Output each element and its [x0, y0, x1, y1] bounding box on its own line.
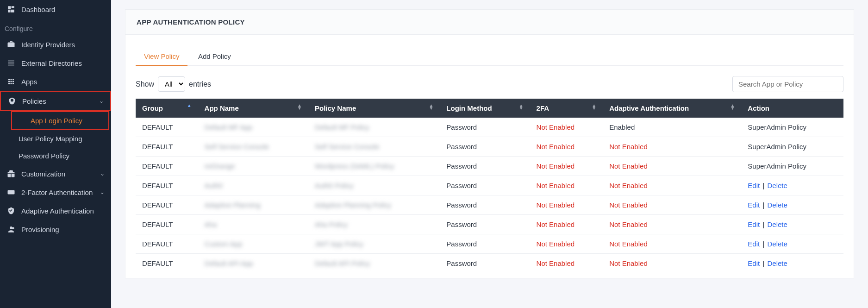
col-group[interactable]: Group ▲ — [136, 99, 198, 118]
edit-link[interactable]: Edit — [748, 201, 760, 209]
sidebar-item-customization[interactable]: Customization ⌄ — [0, 164, 111, 183]
cell-policy-name: Wordpress (SAML) Policy — [308, 157, 440, 176]
edit-link[interactable]: Edit — [748, 182, 760, 189]
policy-table: Group ▲ App Name ▲▼ Policy Name ▲▼ Login… — [136, 99, 843, 273]
cell-action: Edit | Delete — [741, 254, 843, 273]
table-row: DEFAULTDefault MF AppDefault MF PolicyPa… — [136, 118, 843, 137]
cell-2fa: Not Enabled — [530, 215, 603, 234]
sidebar-item-label: Customization — [21, 170, 65, 178]
sidebar-item-user-policy-mapping[interactable]: User Policy Mapping — [0, 130, 111, 147]
table-row: DEFAULTAhaAha PolicyPasswordNot EnabledN… — [136, 215, 843, 234]
sidebar-item-identity-providers[interactable]: Identity Providers — [0, 35, 111, 54]
cell-action: Edit | Delete — [741, 176, 843, 195]
action-separator: | — [760, 259, 767, 267]
sidebar: Dashboard Configure Identity Providers E… — [0, 0, 111, 308]
cell-group: DEFAULT — [136, 254, 198, 273]
cell-app-name: Adaptive Planning — [198, 195, 308, 215]
sidebar-item-external-directories[interactable]: External Directories — [0, 54, 111, 72]
col-login-method[interactable]: Login Method ▲▼ — [440, 99, 530, 118]
sidebar-item-label: Policies — [22, 97, 46, 105]
cell-app-name: Custom App — [198, 234, 308, 254]
sidebar-item-adaptive-auth[interactable]: Adaptive Authentication — [0, 201, 111, 220]
col-policy-name[interactable]: Policy Name ▲▼ — [308, 99, 440, 118]
cell-2fa: Not Enabled — [530, 176, 603, 195]
badge-123-icon — [6, 188, 16, 197]
sidebar-item-app-login-policy[interactable]: App Login Policy — [11, 111, 109, 130]
table-header-row: Group ▲ App Name ▲▼ Policy Name ▲▼ Login… — [136, 99, 843, 118]
cell-app-name: Default MF App — [198, 118, 308, 137]
cell-app-name: Default API App — [198, 254, 308, 273]
col-app-name[interactable]: App Name ▲▼ — [198, 99, 308, 118]
cell-policy-name: Default MF Policy — [308, 118, 440, 137]
cell-2fa: Not Enabled — [530, 195, 603, 215]
cell-group: DEFAULT — [136, 137, 198, 157]
sort-icon: ▲▼ — [297, 104, 302, 110]
edit-link[interactable]: Edit — [748, 240, 760, 248]
cell-app-name: miOrange — [198, 157, 308, 176]
cell-group: DEFAULT — [136, 234, 198, 254]
sidebar-item-provisioning[interactable]: Provisioning — [0, 220, 111, 239]
cell-login-method: Password — [440, 118, 530, 137]
cell-adaptive: Not Enabled — [603, 195, 741, 215]
cell-group: DEFAULT — [136, 215, 198, 234]
chevron-down-icon: ⌄ — [100, 170, 105, 177]
table-row: DEFAULTDefault API AppDefault API Policy… — [136, 254, 843, 273]
cell-action: Edit | Delete — [741, 195, 843, 215]
gift-icon — [6, 169, 16, 178]
cell-action: Edit | Delete — [741, 234, 843, 254]
sidebar-item-label: User Policy Mapping — [19, 135, 82, 143]
delete-link[interactable]: Delete — [767, 182, 787, 189]
policy-tabs: View Policy Add Policy — [136, 48, 843, 66]
action-separator: | — [760, 201, 767, 209]
sidebar-item-label: Dashboard — [21, 6, 55, 13]
cell-login-method: Password — [440, 234, 530, 254]
delete-link[interactable]: Delete — [767, 240, 787, 248]
cell-group: DEFAULT — [136, 157, 198, 176]
page-header: APP AUTHENTICATION POLICY — [125, 9, 854, 35]
sidebar-item-label: App Login Policy — [31, 117, 82, 125]
cell-adaptive: Not Enabled — [603, 234, 741, 254]
delete-link[interactable]: Delete — [767, 220, 787, 228]
entries-select[interactable]: All — [158, 76, 185, 92]
edit-link[interactable]: Edit — [748, 220, 760, 228]
action-separator: | — [760, 240, 767, 248]
col-2fa[interactable]: 2FA ▲▼ — [530, 99, 603, 118]
briefcase-icon — [6, 40, 16, 49]
edit-link[interactable]: Edit — [748, 259, 760, 267]
search-input[interactable] — [732, 76, 843, 92]
cell-2fa: Not Enabled — [530, 157, 603, 176]
table-body: DEFAULTDefault MF AppDefault MF PolicyPa… — [136, 118, 843, 273]
cell-login-method: Password — [440, 176, 530, 195]
cell-action: SuperAdmin Policy — [741, 157, 843, 176]
sidebar-item-label: Password Policy — [19, 152, 69, 160]
delete-link[interactable]: Delete — [767, 259, 787, 267]
cell-adaptive: Enabled — [603, 118, 741, 137]
cell-adaptive: Not Enabled — [603, 176, 741, 195]
sidebar-item-dashboard[interactable]: Dashboard — [0, 0, 111, 19]
table-row: DEFAULTCustom AppJWT App PolicyPasswordN… — [136, 234, 843, 254]
cell-login-method: Password — [440, 137, 530, 157]
cell-2fa: Not Enabled — [530, 118, 603, 137]
chevron-down-icon: ⌄ — [99, 98, 104, 104]
action-text: SuperAdmin Policy — [748, 123, 806, 131]
show-entries-control: Show All entries — [136, 76, 211, 92]
cell-adaptive: Not Enabled — [603, 254, 741, 273]
cell-login-method: Password — [440, 157, 530, 176]
cell-policy-name: JWT App Policy — [308, 234, 440, 254]
delete-link[interactable]: Delete — [767, 201, 787, 209]
sidebar-item-password-policy[interactable]: Password Policy — [0, 147, 111, 164]
tab-add-policy[interactable]: Add Policy — [190, 48, 239, 65]
cell-policy-name: Aha Policy — [308, 215, 440, 234]
sidebar-item-apps[interactable]: Apps — [0, 72, 111, 91]
cell-login-method: Password — [440, 254, 530, 273]
sidebar-item-policies[interactable]: Policies ⌄ — [0, 91, 111, 111]
action-separator: | — [760, 220, 767, 228]
cell-app-name: Aha — [198, 215, 308, 234]
col-adaptive[interactable]: Adaptive Authentication ▲▼ — [603, 99, 741, 118]
table-row: DEFAULTAuth0Auth0 PolicyPasswordNot Enab… — [136, 176, 843, 195]
sidebar-item-2fa[interactable]: 2-Factor Authentication ⌄ — [0, 183, 111, 201]
policy-card: View Policy Add Policy Show All entries … — [125, 35, 854, 278]
sidebar-item-label: 2-Factor Authentication — [21, 189, 93, 196]
action-text: SuperAdmin Policy — [748, 143, 806, 151]
tab-view-policy[interactable]: View Policy — [136, 48, 187, 66]
